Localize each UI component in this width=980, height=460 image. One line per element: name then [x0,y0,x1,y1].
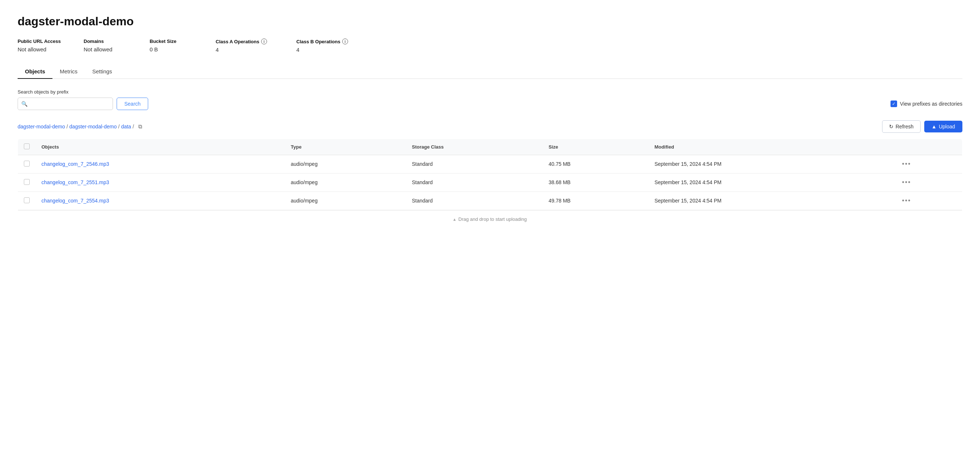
view-prefix-label: View prefixes as directories [900,101,963,107]
class-b-value: 4 [296,46,377,53]
breadcrumb-sep3: / [132,124,134,129]
class-a-info-icon[interactable]: i [261,38,267,45]
refresh-button[interactable]: ↻ Refresh [882,120,921,133]
row-modified-0: September 15, 2024 4:54 PM [648,155,896,173]
row-checkbox-2[interactable] [24,197,30,203]
class-b-label: Class B Operations i [296,38,377,45]
view-prefix-wrap: ✓ View prefixes as directories [891,100,963,107]
row-modified-2: September 15, 2024 4:54 PM [648,191,896,210]
search-section: Search objects by prefix 🔍 Search ✓ View… [18,89,963,110]
row-type-0: audio/mpeg [285,155,406,173]
more-options-icon-2[interactable]: ••• [902,197,911,204]
row-checkbox-0[interactable] [24,161,30,167]
tab-objects[interactable]: Objects [18,65,52,79]
select-all-checkbox[interactable] [24,143,30,149]
class-a-value: 4 [216,46,296,53]
page-title: dagster-modal-demo [18,15,963,28]
table-row: changelog_com_7_2554.mp3 audio/mpeg Stan… [18,191,963,210]
header-checkbox-cell [18,138,36,155]
row-checkbox-cell [18,191,36,210]
breadcrumb-sep1: / [66,124,68,129]
row-size-1: 38.68 MB [543,173,649,191]
breadcrumb-part1[interactable]: dagster-modal-demo [18,124,65,129]
meta-grid: Public URL Access Not allowed Domains No… [18,38,963,53]
col-header-modified: Modified [648,138,896,155]
more-options-icon-0[interactable]: ••• [902,160,911,168]
refresh-icon: ↻ [889,124,893,129]
more-options-icon-1[interactable]: ••• [902,179,911,186]
col-header-type: Type [285,138,406,155]
upload-cloud-icon: ▴ [453,216,456,222]
row-checkbox-cell [18,155,36,173]
row-name-1: changelog_com_7_2551.mp3 [36,173,285,191]
meta-domains: Domains Not allowed [84,38,150,53]
tab-bar: Objects Metrics Settings [18,65,963,79]
object-link-0[interactable]: changelog_com_7_2546.mp3 [41,161,109,167]
row-more-2[interactable]: ••• [896,191,962,210]
tab-metrics[interactable]: Metrics [52,65,85,79]
search-icon: 🔍 [21,101,27,107]
breadcrumb-part2[interactable]: dagster-modal-demo [69,124,117,129]
breadcrumb-row: dagster-modal-demo / dagster-modal-demo … [18,120,963,133]
row-name-2: changelog_com_7_2554.mp3 [36,191,285,210]
search-input[interactable] [18,97,113,110]
tab-settings[interactable]: Settings [85,65,119,79]
meta-public-url: Public URL Access Not allowed [18,38,84,53]
meta-bucket-size: Bucket Size 0 B [150,38,216,53]
row-checkbox-cell [18,173,36,191]
public-url-label: Public URL Access [18,38,84,44]
row-type-1: audio/mpeg [285,173,406,191]
meta-class-a: Class A Operations i 4 [216,38,296,53]
col-header-objects: Objects [36,138,285,155]
domains-label: Domains [84,38,150,44]
domains-value: Not allowed [84,46,150,53]
row-more-1[interactable]: ••• [896,173,962,191]
drag-drop-hint: ▴ Drag and drop to start uploading [18,210,962,228]
class-b-info-icon[interactable]: i [342,38,348,45]
upload-button[interactable]: ▲ Upload [924,121,963,132]
row-modified-1: September 15, 2024 4:54 PM [648,173,896,191]
table-row: changelog_com_7_2551.mp3 audio/mpeg Stan… [18,173,963,191]
refresh-label: Refresh [896,124,914,129]
copy-path-icon[interactable]: ⧉ [138,123,142,130]
row-size-2: 49.78 MB [543,191,649,210]
search-button[interactable]: Search [117,97,148,110]
upload-label: Upload [939,124,955,129]
col-header-size: Size [543,138,649,155]
row-size-0: 40.75 MB [543,155,649,173]
drag-drop-text: Drag and drop to start uploading [458,216,527,222]
breadcrumb-sep2: / [118,124,119,129]
object-link-2[interactable]: changelog_com_7_2554.mp3 [41,198,109,204]
row-storage-0: Standard [406,155,543,173]
row-type-2: audio/mpeg [285,191,406,210]
row-storage-1: Standard [406,173,543,191]
row-storage-2: Standard [406,191,543,210]
meta-class-b: Class B Operations i 4 [296,38,377,53]
public-url-value: Not allowed [18,46,84,53]
bucket-size-value: 0 B [150,46,216,53]
search-input-wrap: 🔍 [18,97,113,110]
row-more-0[interactable]: ••• [896,155,962,173]
bucket-size-label: Bucket Size [150,38,216,44]
upload-icon: ▲ [932,124,937,129]
view-prefix-checkbox[interactable]: ✓ [891,100,897,107]
breadcrumb-part3: data [121,124,131,129]
search-row: 🔍 Search ✓ View prefixes as directories [18,97,963,110]
col-header-actions [896,138,962,155]
breadcrumb-actions: ↻ Refresh ▲ Upload [882,120,963,133]
col-header-storage-class: Storage Class [406,138,543,155]
table-row: changelog_com_7_2546.mp3 audio/mpeg Stan… [18,155,963,173]
class-a-label: Class A Operations i [216,38,296,45]
object-link-1[interactable]: changelog_com_7_2551.mp3 [41,179,109,185]
row-name-0: changelog_com_7_2546.mp3 [36,155,285,173]
row-checkbox-1[interactable] [24,179,30,185]
search-label: Search objects by prefix [18,89,963,95]
objects-table: Objects Type Storage Class Size Modified… [18,138,963,228]
